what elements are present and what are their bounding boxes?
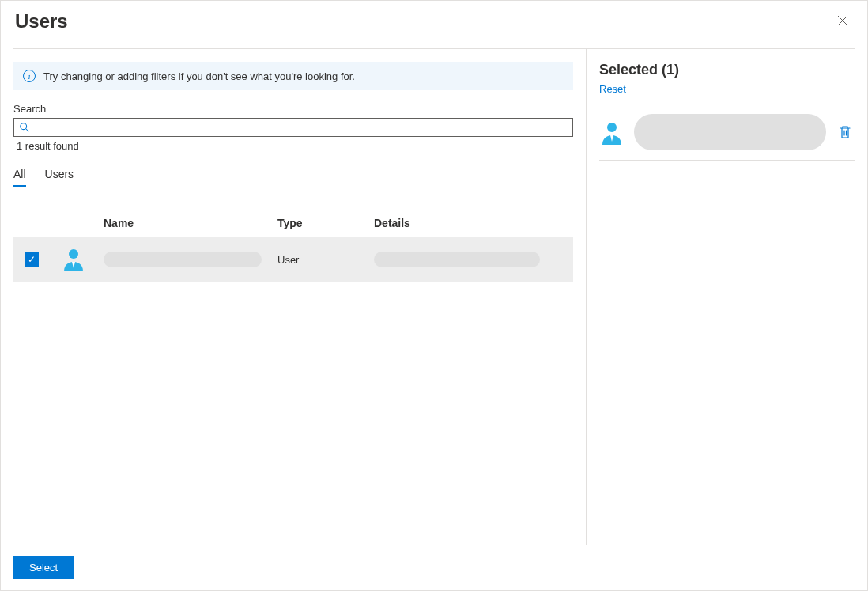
svg-point-2 xyxy=(69,249,78,259)
column-details[interactable]: Details xyxy=(374,217,573,229)
panel-footer: Select xyxy=(1,545,867,590)
horizontal-scrollbar[interactable] xyxy=(13,532,573,545)
row-type: User xyxy=(277,254,374,266)
table-row[interactable]: ✓ User xyxy=(13,237,573,282)
left-pane: i Try changing or adding filters if you … xyxy=(13,49,586,545)
row-details-redacted xyxy=(374,252,540,267)
panel-body: i Try changing or adding filters if you … xyxy=(1,49,867,545)
reset-link[interactable]: Reset xyxy=(599,83,626,95)
user-avatar-icon xyxy=(599,119,625,145)
filter-tabs: All Users xyxy=(13,168,573,187)
close-icon xyxy=(837,15,848,26)
search-result-count: 1 result found xyxy=(17,140,573,152)
panel-header: Users xyxy=(1,1,867,48)
column-avatar xyxy=(61,217,104,229)
trash-icon xyxy=(839,125,851,139)
remove-selected-button[interactable] xyxy=(836,122,855,142)
selected-heading: Selected (1) xyxy=(599,62,855,78)
info-message-text: Try changing or adding filters if you do… xyxy=(43,70,355,82)
column-checkbox xyxy=(25,217,61,229)
row-checkbox[interactable]: ✓ xyxy=(25,252,39,267)
search-input[interactable] xyxy=(35,121,568,134)
select-button[interactable]: Select xyxy=(13,556,74,579)
search-label: Search xyxy=(13,103,573,115)
user-avatar-icon xyxy=(61,246,86,271)
column-type[interactable]: Type xyxy=(277,217,374,229)
close-button[interactable] xyxy=(832,10,853,32)
panel-title: Users xyxy=(15,10,68,32)
svg-line-1 xyxy=(26,129,29,132)
grid-body: ✓ User xyxy=(13,237,573,528)
grid-header-row: Name Type Details xyxy=(13,209,573,237)
svg-point-0 xyxy=(21,123,27,130)
results-grid: Name Type Details ✓ xyxy=(13,209,573,545)
column-name[interactable]: Name xyxy=(104,217,277,229)
info-message-bar: i Try changing or adding filters if you … xyxy=(13,62,573,90)
checkmark-icon: ✓ xyxy=(28,255,36,264)
selected-pane: Selected (1) Reset xyxy=(586,49,855,545)
search-icon xyxy=(19,122,30,133)
selected-item xyxy=(599,114,855,161)
svg-point-3 xyxy=(607,123,617,132)
tab-all[interactable]: All xyxy=(13,168,26,187)
users-picker-panel: Users i Try changing or adding filters i… xyxy=(0,0,868,591)
info-icon: i xyxy=(23,70,36,82)
selected-item-name-redacted xyxy=(634,114,826,150)
search-box[interactable] xyxy=(13,118,573,137)
tab-users[interactable]: Users xyxy=(45,168,74,187)
row-name-redacted xyxy=(104,252,262,267)
